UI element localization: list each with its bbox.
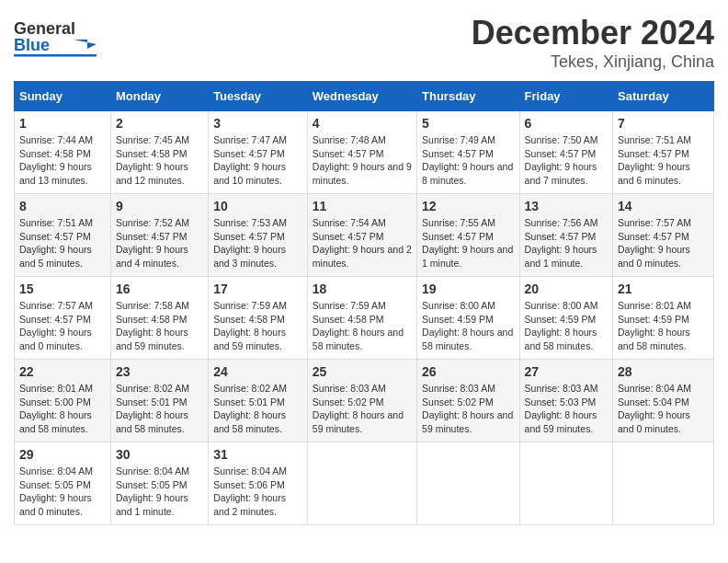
day-number: 14 bbox=[618, 199, 709, 213]
location-subtitle: Tekes, Xinjiang, China bbox=[472, 52, 714, 72]
day-number: 13 bbox=[525, 199, 608, 213]
day-info: Sunrise: 7:58 AMSunset: 4:58 PMDaylight:… bbox=[116, 299, 203, 353]
calendar-day-cell: 20Sunrise: 8:00 AMSunset: 4:59 PMDayligh… bbox=[519, 277, 612, 360]
calendar-day-cell: 17Sunrise: 7:59 AMSunset: 4:58 PMDayligh… bbox=[209, 277, 308, 360]
calendar-day-cell: 18Sunrise: 7:59 AMSunset: 4:58 PMDayligh… bbox=[307, 277, 416, 360]
day-number: 22 bbox=[19, 364, 106, 379]
calendar-week-row: 1Sunrise: 7:44 AMSunset: 4:58 PMDaylight… bbox=[15, 111, 714, 194]
calendar-day-cell bbox=[417, 442, 520, 525]
day-info: Sunrise: 7:51 AMSunset: 4:57 PMDaylight:… bbox=[618, 133, 709, 188]
svg-rect-3 bbox=[14, 54, 97, 57]
day-number: 30 bbox=[116, 447, 203, 462]
month-year-title: December 2024 bbox=[472, 14, 714, 52]
day-info: Sunrise: 8:01 AMSunset: 4:59 PMDaylight:… bbox=[618, 299, 709, 353]
day-info: Sunrise: 7:51 AMSunset: 4:57 PMDaylight:… bbox=[19, 216, 106, 270]
day-number: 24 bbox=[213, 364, 302, 379]
day-info: Sunrise: 7:59 AMSunset: 4:58 PMDaylight:… bbox=[313, 299, 412, 353]
calendar-day-cell: 26Sunrise: 8:03 AMSunset: 5:02 PMDayligh… bbox=[417, 360, 520, 442]
day-info: Sunrise: 8:00 AMSunset: 4:59 PMDaylight:… bbox=[525, 299, 608, 353]
day-info: Sunrise: 7:50 AMSunset: 4:57 PMDaylight:… bbox=[525, 133, 608, 188]
logo: General Blue bbox=[14, 14, 97, 60]
day-info: Sunrise: 7:47 AMSunset: 4:57 PMDaylight:… bbox=[213, 133, 302, 188]
day-of-week-header: Saturday bbox=[613, 82, 714, 111]
day-info: Sunrise: 7:59 AMSunset: 4:58 PMDaylight:… bbox=[213, 299, 302, 353]
day-info: Sunrise: 8:03 AMSunset: 5:02 PMDaylight:… bbox=[422, 382, 515, 436]
day-number: 16 bbox=[116, 282, 203, 296]
calendar-day-cell: 31Sunrise: 8:04 AMSunset: 5:06 PMDayligh… bbox=[209, 442, 308, 525]
day-number: 8 bbox=[19, 199, 106, 213]
calendar-day-cell: 12Sunrise: 7:55 AMSunset: 4:57 PMDayligh… bbox=[417, 194, 520, 277]
day-number: 12 bbox=[422, 199, 515, 213]
day-info: Sunrise: 8:01 AMSunset: 5:00 PMDaylight:… bbox=[19, 382, 106, 436]
calendar-day-cell: 8Sunrise: 7:51 AMSunset: 4:57 PMDaylight… bbox=[15, 194, 111, 277]
calendar-week-row: 22Sunrise: 8:01 AMSunset: 5:00 PMDayligh… bbox=[15, 360, 714, 442]
calendar-day-cell: 7Sunrise: 7:51 AMSunset: 4:57 PMDaylight… bbox=[613, 111, 714, 194]
day-info: Sunrise: 8:02 AMSunset: 5:01 PMDaylight:… bbox=[116, 382, 203, 436]
day-of-week-header: Sunday bbox=[15, 82, 111, 111]
calendar-week-row: 15Sunrise: 7:57 AMSunset: 4:57 PMDayligh… bbox=[15, 277, 714, 360]
day-number: 1 bbox=[19, 116, 106, 131]
calendar-day-cell: 19Sunrise: 8:00 AMSunset: 4:59 PMDayligh… bbox=[417, 277, 520, 360]
day-info: Sunrise: 7:48 AMSunset: 4:57 PMDaylight:… bbox=[313, 133, 412, 188]
day-number: 29 bbox=[19, 447, 106, 462]
calendar-day-cell bbox=[307, 442, 416, 525]
day-number: 20 bbox=[525, 282, 608, 296]
day-number: 6 bbox=[525, 116, 608, 131]
calendar-day-cell: 15Sunrise: 7:57 AMSunset: 4:57 PMDayligh… bbox=[15, 277, 111, 360]
day-number: 26 bbox=[422, 364, 515, 379]
day-info: Sunrise: 8:04 AMSunset: 5:04 PMDaylight:… bbox=[618, 382, 709, 436]
day-info: Sunrise: 7:54 AMSunset: 4:57 PMDaylight:… bbox=[313, 216, 412, 270]
day-number: 19 bbox=[422, 282, 515, 296]
calendar-day-cell: 10Sunrise: 7:53 AMSunset: 4:57 PMDayligh… bbox=[209, 194, 308, 277]
calendar-day-cell: 28Sunrise: 8:04 AMSunset: 5:04 PMDayligh… bbox=[613, 360, 714, 442]
day-info: Sunrise: 7:49 AMSunset: 4:57 PMDaylight:… bbox=[422, 133, 515, 188]
svg-text:Blue: Blue bbox=[14, 36, 50, 54]
svg-marker-2 bbox=[74, 40, 97, 49]
calendar-week-row: 29Sunrise: 8:04 AMSunset: 5:05 PMDayligh… bbox=[15, 442, 714, 525]
calendar-table: SundayMondayTuesdayWednesdayThursdayFrid… bbox=[14, 81, 714, 525]
day-number: 28 bbox=[618, 364, 709, 379]
day-info: Sunrise: 8:04 AMSunset: 5:05 PMDaylight:… bbox=[19, 465, 106, 519]
day-info: Sunrise: 7:55 AMSunset: 4:57 PMDaylight:… bbox=[422, 216, 515, 270]
day-info: Sunrise: 7:53 AMSunset: 4:57 PMDaylight:… bbox=[213, 216, 302, 270]
svg-text:General: General bbox=[14, 19, 75, 38]
day-of-week-header: Friday bbox=[519, 82, 612, 111]
calendar-day-cell: 27Sunrise: 8:03 AMSunset: 5:03 PMDayligh… bbox=[519, 360, 612, 442]
calendar-day-cell: 21Sunrise: 8:01 AMSunset: 4:59 PMDayligh… bbox=[613, 277, 714, 360]
calendar-day-cell: 23Sunrise: 8:02 AMSunset: 5:01 PMDayligh… bbox=[110, 360, 208, 442]
day-number: 5 bbox=[422, 116, 515, 131]
calendar-day-cell: 13Sunrise: 7:56 AMSunset: 4:57 PMDayligh… bbox=[519, 194, 612, 277]
day-number: 9 bbox=[116, 199, 203, 213]
day-number: 21 bbox=[618, 282, 709, 296]
calendar-day-cell: 30Sunrise: 8:04 AMSunset: 5:05 PMDayligh… bbox=[110, 442, 208, 525]
day-number: 25 bbox=[313, 364, 412, 379]
day-info: Sunrise: 7:57 AMSunset: 4:57 PMDaylight:… bbox=[618, 216, 709, 270]
day-info: Sunrise: 7:56 AMSunset: 4:57 PMDaylight:… bbox=[525, 216, 608, 270]
day-number: 2 bbox=[116, 116, 203, 131]
day-info: Sunrise: 7:57 AMSunset: 4:57 PMDaylight:… bbox=[19, 299, 106, 353]
calendar-day-cell: 4Sunrise: 7:48 AMSunset: 4:57 PMDaylight… bbox=[307, 111, 416, 194]
day-number: 31 bbox=[213, 447, 302, 462]
calendar-day-cell: 9Sunrise: 7:52 AMSunset: 4:57 PMDaylight… bbox=[110, 194, 208, 277]
day-number: 17 bbox=[213, 282, 302, 296]
calendar-day-cell: 11Sunrise: 7:54 AMSunset: 4:57 PMDayligh… bbox=[307, 194, 416, 277]
day-number: 11 bbox=[313, 199, 412, 213]
day-of-week-header: Thursday bbox=[417, 82, 520, 111]
calendar-day-cell bbox=[613, 442, 714, 525]
calendar-day-cell: 1Sunrise: 7:44 AMSunset: 4:58 PMDaylight… bbox=[15, 111, 111, 194]
day-info: Sunrise: 8:03 AMSunset: 5:02 PMDaylight:… bbox=[313, 382, 412, 436]
calendar-day-cell: 24Sunrise: 8:02 AMSunset: 5:01 PMDayligh… bbox=[209, 360, 308, 442]
day-of-week-header: Monday bbox=[110, 82, 208, 111]
day-number: 4 bbox=[313, 116, 412, 131]
day-info: Sunrise: 8:04 AMSunset: 5:05 PMDaylight:… bbox=[116, 465, 203, 519]
day-number: 10 bbox=[213, 199, 302, 213]
day-number: 7 bbox=[618, 116, 709, 131]
day-info: Sunrise: 7:45 AMSunset: 4:58 PMDaylight:… bbox=[116, 133, 203, 188]
day-number: 23 bbox=[116, 364, 203, 379]
day-info: Sunrise: 8:02 AMSunset: 5:01 PMDaylight:… bbox=[213, 382, 302, 436]
calendar-week-row: 8Sunrise: 7:51 AMSunset: 4:57 PMDaylight… bbox=[15, 194, 714, 277]
day-info: Sunrise: 7:52 AMSunset: 4:57 PMDaylight:… bbox=[116, 216, 203, 270]
calendar-day-cell: 3Sunrise: 7:47 AMSunset: 4:57 PMDaylight… bbox=[209, 111, 308, 194]
calendar-day-cell: 6Sunrise: 7:50 AMSunset: 4:57 PMDaylight… bbox=[519, 111, 612, 194]
calendar-day-cell: 22Sunrise: 8:01 AMSunset: 5:00 PMDayligh… bbox=[15, 360, 111, 442]
